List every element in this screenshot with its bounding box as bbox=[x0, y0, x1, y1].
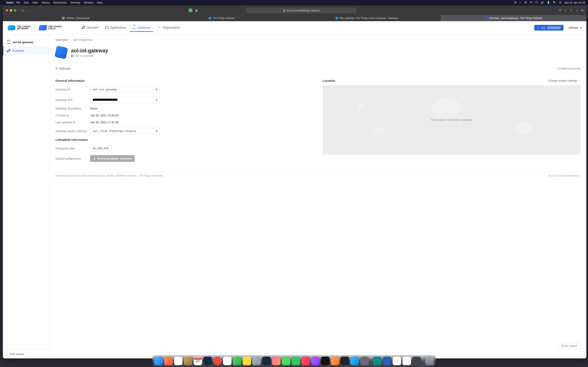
ttn-logo-text: THE THINGS NETWORK bbox=[17, 26, 31, 30]
field-server-address: Gateway Server address eu1.cloud.thethin… bbox=[56, 128, 294, 134]
tts-logo[interactable]: THE THINGS STACK bbox=[39, 25, 62, 30]
field-label: Gateway ID bbox=[56, 88, 90, 91]
copy-button[interactable]: ⧉ bbox=[154, 128, 160, 134]
applications-icon bbox=[105, 26, 109, 29]
browser-tab[interactable]: Ubidots | Dashboards bbox=[3, 15, 149, 21]
copy-button[interactable]: ⧉ bbox=[154, 96, 160, 103]
gateway-id-value[interactable]: aol-iot-gateway bbox=[90, 86, 154, 92]
sidebar: aol-iot-gateway Overview ‹ Hide sidebar bbox=[3, 34, 50, 184]
field-label: Global configuration bbox=[56, 157, 90, 160]
menu-history[interactable]: History bbox=[42, 1, 50, 4]
menu-view[interactable]: View bbox=[32, 1, 38, 4]
breadcrumb-root[interactable]: Gateways bbox=[56, 38, 68, 42]
tab-label: Ubidots | Dashboards bbox=[66, 17, 90, 20]
field-created-at: Created at Jan 30, 2021 16:44:44 bbox=[56, 114, 294, 117]
status-dot-icon bbox=[56, 68, 57, 69]
logo-divider bbox=[35, 24, 35, 31]
tts-logo-text: THE THINGS STACK bbox=[48, 26, 62, 30]
nav-applications[interactable]: Applications bbox=[103, 24, 129, 32]
status-text: Unknown bbox=[59, 67, 71, 70]
menu-file[interactable]: File bbox=[16, 1, 20, 4]
field-global-conf: Global configuration ⬇ Download global_c… bbox=[56, 155, 294, 162]
download-global-conf-button[interactable]: ⬇ Download global_conf.json bbox=[90, 155, 135, 162]
tts-book-icon bbox=[38, 25, 47, 30]
breadcrumb-current: aol-iot-gateway bbox=[73, 38, 93, 42]
organizations-icon bbox=[157, 26, 161, 29]
field-label: Gateway Server address bbox=[56, 129, 90, 133]
description-value: None bbox=[90, 107, 97, 110]
app-topnav: THE THINGS NETWORK THE THINGS STACK Over… bbox=[3, 21, 294, 34]
general-column: General information Gateway ID aol-iot-g… bbox=[56, 79, 294, 166]
ttn-cloud-icon bbox=[8, 25, 16, 30]
main-content: Gateways › aol-iot-gateway aol-iot-gatew… bbox=[50, 34, 294, 184]
updated-at-value: Jan 30, 2021 17:42:40 bbox=[90, 121, 119, 124]
safari-window: ▭ ‹ › ✓ ◉ 🔒 eu1.cloud.thethings.network … bbox=[3, 6, 294, 184]
status-row: Unknown Created yesterday bbox=[56, 63, 294, 74]
download-icon: ⬇ bbox=[93, 157, 95, 160]
footer-left: Everything you need to build enterprise-… bbox=[56, 174, 163, 177]
lock-icon: 🔒 bbox=[283, 9, 285, 12]
gateway-icon bbox=[7, 41, 11, 44]
tab-favicon bbox=[62, 17, 65, 20]
privacy-shield-icon[interactable]: ✓ bbox=[189, 8, 192, 12]
redacted-value bbox=[93, 99, 117, 101]
ttn-logo[interactable]: THE THINGS NETWORK bbox=[8, 25, 31, 30]
nav-label: Organizations bbox=[163, 26, 180, 29]
field-label: Gateway description bbox=[56, 107, 90, 110]
field-gateway-id: Gateway ID aol-iot-gateway ⧉ bbox=[56, 86, 294, 93]
page-header: aol-iot-gateway ID: aol-iot-gateway bbox=[56, 47, 294, 58]
field-label: Frequency plan bbox=[56, 147, 90, 150]
minimize-window-button[interactable] bbox=[10, 9, 12, 12]
created-at-value: Jan 30, 2021 16:44:44 bbox=[90, 114, 119, 117]
two-column-layout: General information Gateway ID aol-iot-g… bbox=[56, 79, 294, 166]
download-button-label: Download global_conf.json bbox=[97, 157, 132, 160]
app-footer: Everything you need to build enterprise-… bbox=[56, 172, 294, 180]
forward-button[interactable]: › bbox=[31, 9, 32, 12]
url-bar[interactable]: 🔒 eu1.cloud.thethings.network bbox=[246, 8, 294, 13]
nav-overview[interactable]: Overview bbox=[79, 24, 101, 32]
field-label: Last updated at bbox=[56, 121, 90, 124]
menu-develop[interactable]: Develop bbox=[70, 1, 80, 4]
ttn-console-app: THE THINGS NETWORK THE THINGS STACK Over… bbox=[3, 21, 294, 184]
nav-label: Gateways bbox=[138, 26, 150, 29]
tab-label: The Things Network bbox=[213, 17, 234, 20]
field-gateway-eui: Gateway EUI ⧉ bbox=[56, 96, 294, 103]
nav-links: Overview Applications Gateways Organizat… bbox=[79, 24, 183, 32]
browser-toolbar: ▭ ‹ › ✓ ◉ 🔒 eu1.cloud.thethings.network … bbox=[3, 6, 294, 15]
field-label: Created at bbox=[56, 114, 90, 117]
app-body: aol-iot-gateway Overview ‹ Hide sidebar … bbox=[3, 34, 294, 184]
sidebar-gateway-head[interactable]: aol-iot-gateway bbox=[3, 38, 50, 46]
menu-bookmarks[interactable]: Bookmarks bbox=[53, 1, 67, 4]
logo-group: THE THINGS NETWORK THE THINGS STACK bbox=[8, 24, 62, 31]
menubar-app-name[interactable]: Safari bbox=[6, 1, 13, 4]
close-window-button[interactable] bbox=[6, 9, 8, 12]
nav-gateways[interactable]: Gateways bbox=[130, 24, 153, 32]
id-label: ID: bbox=[71, 54, 75, 57]
tracking-shield-icon[interactable]: ◉ bbox=[195, 8, 198, 12]
nav-organizations[interactable]: Organizations bbox=[154, 24, 183, 32]
page-subtitle: ID: aol-iot-gateway bbox=[71, 54, 108, 57]
field-updated-at: Last updated at Jan 30, 2021 17:42:40 bbox=[56, 121, 294, 124]
zoom-window-button[interactable] bbox=[14, 9, 16, 12]
sidebar-gateway-name: aol-iot-gateway bbox=[13, 41, 34, 44]
server-address-value[interactable]: eu1.cloud.thethings.network bbox=[90, 128, 154, 134]
back-button[interactable]: ‹ bbox=[27, 9, 28, 12]
browser-tabbar: Ubidots | Dashboards The Things Network … bbox=[3, 15, 294, 21]
browser-tab[interactable]: The Things Network bbox=[149, 15, 294, 21]
chevron-right-icon: › bbox=[70, 38, 71, 42]
page-title: aol-iot-gateway bbox=[71, 48, 108, 54]
nav-label: Applications bbox=[110, 26, 126, 29]
gateway-eui-value[interactable] bbox=[90, 97, 154, 103]
tab-favicon bbox=[208, 17, 211, 20]
sidebar-toggle-icon[interactable]: ▭ bbox=[21, 8, 24, 12]
macos-menubar: Safari File Edit View History Bookmarks … bbox=[0, 0, 294, 5]
field-label: Gateway EUI bbox=[56, 98, 90, 101]
sidebar-item-overview[interactable]: Overview bbox=[3, 46, 50, 55]
menu-help[interactable]: Help bbox=[97, 1, 103, 4]
copy-button[interactable]: ⧉ bbox=[154, 86, 160, 93]
menu-edit[interactable]: Edit bbox=[24, 1, 28, 4]
field-description: Gateway description None bbox=[56, 107, 294, 110]
url-text: eu1.cloud.thethings.network bbox=[287, 9, 294, 12]
menu-window[interactable]: Window bbox=[84, 1, 93, 4]
overview-icon bbox=[82, 26, 85, 29]
